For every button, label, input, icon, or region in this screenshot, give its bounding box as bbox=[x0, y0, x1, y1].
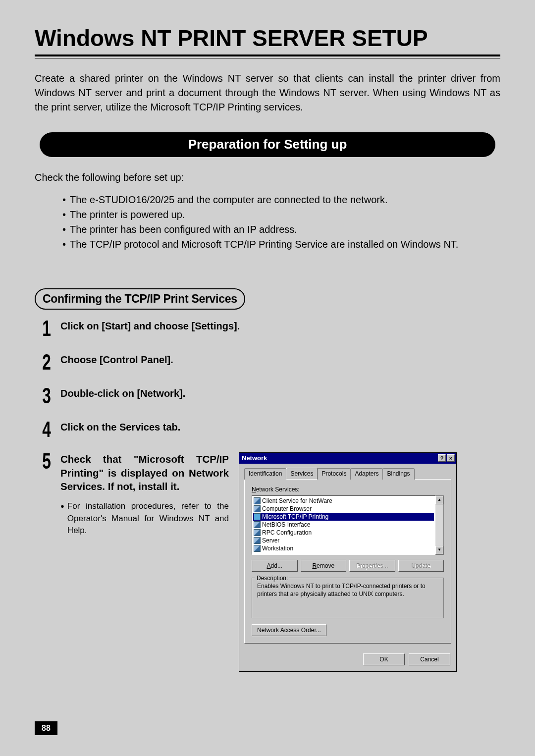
list-item[interactable]: Computer Browser bbox=[253, 505, 434, 513]
service-icon bbox=[254, 497, 261, 504]
dialog-title: Network bbox=[242, 454, 267, 463]
step-title: Click on [Start] and choose [Settings]. bbox=[60, 320, 500, 333]
properties-button[interactable]: Properties... bbox=[349, 560, 395, 572]
description-text: Enables Windows NT to print to TCP/IP-co… bbox=[257, 582, 438, 598]
description-label: Description: bbox=[255, 574, 289, 582]
tab-adapters[interactable]: Adapters bbox=[350, 468, 383, 480]
tab-services[interactable]: Services bbox=[286, 468, 318, 479]
step-1: 1 Click on [Start] and choose [Settings]… bbox=[35, 320, 500, 339]
bullet-item: The TCP/IP protocol and Microsoft TCP/IP… bbox=[62, 237, 500, 252]
service-icon bbox=[254, 529, 261, 536]
intro-text: Create a shared printer on the Windows N… bbox=[35, 71, 500, 114]
subheading-pill: Confirming the TCP/IP Print Services bbox=[35, 288, 245, 310]
list-item[interactable]: Microsoft TCP/IP Printing bbox=[253, 513, 434, 521]
step-title: Click on the Services tab. bbox=[60, 421, 500, 434]
network-dialog: Network ? × Identification Services Prot… bbox=[239, 452, 457, 672]
scroll-down-icon[interactable]: ▼ bbox=[435, 546, 443, 554]
listbox-scrollbar[interactable]: ▲ ▼ bbox=[435, 495, 444, 555]
step-number: 1 bbox=[38, 318, 55, 339]
service-icon bbox=[254, 537, 261, 544]
step-5: 5 Check that "Microsoft TCP/IP Printing"… bbox=[35, 452, 500, 672]
service-icon bbox=[254, 545, 261, 552]
step-number: 4 bbox=[38, 419, 55, 440]
step-title: Check that "Microsoft TCP/IP Printing" i… bbox=[60, 452, 229, 493]
list-item[interactable]: RPC Configuration bbox=[253, 529, 434, 537]
note-bullet-icon: ● bbox=[60, 500, 64, 537]
tab-bindings[interactable]: Bindings bbox=[382, 468, 414, 480]
remove-button[interactable]: Remove bbox=[301, 560, 347, 572]
close-icon[interactable]: × bbox=[447, 454, 455, 462]
list-item[interactable]: Server bbox=[253, 537, 434, 544]
bullet-item: The printer has been configured with an … bbox=[62, 222, 500, 237]
network-services-listbox[interactable]: Client Service for NetWare Computer Brow… bbox=[252, 495, 435, 555]
step-number: 3 bbox=[38, 385, 55, 407]
service-icon bbox=[254, 505, 261, 512]
scroll-up-icon[interactable]: ▲ bbox=[435, 496, 443, 504]
network-dialog-screenshot: Network ? × Identification Services Prot… bbox=[239, 452, 457, 672]
bullet-item: The e-STUDIO16/20/25 and the computer ar… bbox=[62, 192, 500, 207]
section-banner: Preparation for Setting up bbox=[40, 132, 495, 157]
step-3: 3 Double-click on [Network]. bbox=[35, 387, 500, 407]
help-icon[interactable]: ? bbox=[438, 454, 446, 462]
ok-button[interactable]: OK bbox=[363, 653, 405, 665]
step-title: Choose [Control Panel]. bbox=[60, 353, 500, 367]
list-item[interactable]: Client Service for NetWare bbox=[253, 497, 434, 505]
step-number: 2 bbox=[38, 351, 55, 373]
tab-identification[interactable]: Identification bbox=[244, 468, 286, 480]
step-5-note: ● For installation procedures, refer to … bbox=[60, 500, 229, 537]
bullet-item: The printer is powered up. bbox=[62, 207, 500, 222]
note-text: For installation procedures, refer to th… bbox=[67, 500, 229, 537]
dialog-titlebar: Network ? × bbox=[239, 453, 456, 464]
network-access-order-button[interactable]: Network Access Order... bbox=[252, 624, 326, 636]
network-services-label: Network Services: bbox=[252, 486, 444, 493]
step-4: 4 Click on the Services tab. bbox=[35, 421, 500, 440]
update-button[interactable]: Update bbox=[398, 560, 444, 572]
title-rule-thick bbox=[35, 54, 500, 56]
step-number: 5 bbox=[38, 450, 55, 472]
step-title: Double-click on [Network]. bbox=[60, 387, 500, 400]
step-list: 1 Click on [Start] and choose [Settings]… bbox=[35, 320, 500, 672]
dialog-tabs: Identification Services Protocols Adapte… bbox=[244, 468, 451, 479]
cancel-button[interactable]: Cancel bbox=[409, 653, 450, 665]
page-number: 88 bbox=[35, 721, 57, 735]
list-item[interactable]: NetBIOS Interface bbox=[253, 521, 434, 529]
service-icon bbox=[254, 521, 261, 528]
title-rule-thin bbox=[35, 58, 500, 58]
description-group: Description: Enables Windows NT to print… bbox=[252, 578, 444, 618]
service-icon bbox=[254, 513, 261, 520]
list-item[interactable]: Workstation bbox=[253, 544, 434, 552]
page-title: Windows NT PRINT SERVER SETUP bbox=[35, 25, 500, 52]
step-2: 2 Choose [Control Panel]. bbox=[35, 353, 500, 373]
add-button[interactable]: Add... bbox=[252, 560, 298, 572]
check-intro: Check the following before set up: bbox=[35, 172, 500, 183]
check-bullet-list: The e-STUDIO16/20/25 and the computer ar… bbox=[35, 192, 500, 252]
tab-protocols[interactable]: Protocols bbox=[317, 468, 351, 480]
